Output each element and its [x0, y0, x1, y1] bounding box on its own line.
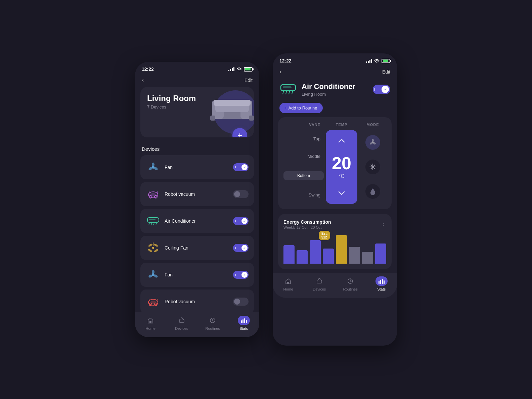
time-left: 12:22	[142, 66, 154, 72]
energy-title: Energy Consumption	[283, 219, 331, 225]
temp-header: TEMP	[324, 123, 359, 127]
add-routine-button[interactable]: + Add to Routine	[279, 103, 323, 113]
svg-point-23	[152, 247, 154, 249]
edit-button-right[interactable]: Edit	[382, 69, 390, 75]
svg-point-30	[152, 270, 154, 274]
svg-point-26	[153, 243, 158, 247]
nav-stats-label-right: Stats	[377, 287, 386, 291]
svg-rect-41	[241, 320, 242, 323]
device-item-robot1: Robot vacuum	[140, 182, 254, 206]
svg-point-52	[372, 139, 374, 142]
mode-dry-button[interactable]	[365, 184, 380, 199]
control-body: Top Middle Bottom Swing 20 °C	[283, 130, 386, 204]
svg-point-25	[148, 243, 153, 247]
temp-down-button[interactable]	[336, 187, 348, 199]
toggle-ceiling1[interactable]: I ✓	[233, 244, 249, 252]
devices-icon-left	[176, 316, 188, 325]
nav-routines-left[interactable]: Routines	[197, 316, 228, 330]
device-name-fan1: Fan	[165, 165, 229, 170]
left-phone: 12:22 ‹ Edit Living Room 7 Devices	[135, 62, 259, 337]
mode-fan-button[interactable]	[365, 135, 380, 150]
ac1-icon	[146, 214, 161, 228]
toggle-fan1[interactable]: I ✓	[233, 163, 249, 171]
edit-button-left[interactable]: Edit	[245, 78, 253, 83]
routines-icon-right	[344, 276, 356, 286]
nav-devices-left[interactable]: Devices	[166, 316, 197, 330]
hero-section: Living Room 7 Devices +	[140, 87, 254, 137]
svg-rect-60	[287, 282, 289, 284]
sofa-image	[210, 94, 254, 122]
toggle-fan2[interactable]: I ✓	[233, 271, 249, 279]
temp-display: 20 °C	[332, 154, 351, 179]
ac-room: Living Room	[302, 92, 368, 97]
energy-info: Energy Consumption Weekly 17 Oct - 20 Oc…	[283, 219, 331, 229]
svg-point-27	[147, 249, 152, 253]
svg-rect-39	[149, 321, 151, 323]
battery-icon-right	[382, 59, 390, 63]
nav-header-left: ‹ Edit	[135, 74, 259, 86]
power-toggle-ac[interactable]: I ✓	[373, 85, 390, 94]
est-text: Est.	[321, 232, 327, 235]
vane-swing: Swing	[283, 192, 324, 197]
toggle-robot1[interactable]	[233, 190, 249, 198]
nav-header-right: ‹ Edit	[273, 65, 397, 77]
control-headers: VANE TEMP MODE	[283, 123, 386, 127]
control-panel: VANE TEMP MODE Top Middle Bottom Swing	[278, 117, 392, 209]
signal-icon-right	[366, 59, 372, 63]
mode-icons	[359, 130, 386, 204]
svg-rect-46	[283, 86, 292, 88]
svg-line-20	[153, 223, 154, 225]
stats-icon-left	[238, 316, 250, 325]
home-icon-left	[144, 316, 157, 325]
toggle-ac1[interactable]: I ✓	[233, 217, 249, 225]
status-icons-right	[366, 59, 390, 63]
toggle-robot2[interactable]	[233, 298, 249, 306]
vane-top: Top	[283, 136, 324, 141]
fan2-icon	[146, 267, 161, 282]
device-name-ac1: Air Conditioner	[165, 218, 229, 224]
energy-menu-button[interactable]: ⋮	[380, 219, 386, 227]
app-container: 12:22 ‹ Edit Living Room 7 Devices	[135, 53, 397, 346]
svg-point-8	[152, 163, 154, 167]
est-label: Est. $12	[319, 231, 330, 240]
nav-stats-left[interactable]: Stats	[228, 316, 260, 330]
device-item-robot2: Robot vacuum	[140, 290, 254, 314]
nav-home-left[interactable]: Home	[135, 316, 166, 330]
bar-4	[336, 235, 347, 264]
mode-cool-button[interactable]	[365, 160, 380, 174]
energy-date: Weekly 17 Oct - 20 Oct	[283, 225, 331, 229]
energy-bar-chart: Est. $12	[283, 233, 386, 264]
svg-rect-65	[384, 280, 385, 284]
svg-rect-62	[379, 281, 380, 284]
stats-icon-right	[375, 276, 388, 286]
nav-devices-right[interactable]: Devices	[304, 276, 335, 291]
vane-bottom[interactable]: Bottom	[283, 171, 324, 180]
bar-0	[283, 245, 295, 264]
bottom-nav-left: Home Devices Routines	[135, 312, 259, 337]
nav-stats-right[interactable]: Stats	[366, 276, 397, 291]
back-button-right[interactable]: ‹	[279, 68, 281, 75]
bar-5	[349, 247, 360, 264]
nav-routines-label-right: Routines	[343, 287, 358, 291]
devices-icon-right	[313, 276, 325, 286]
back-button-left[interactable]: ‹	[142, 77, 144, 84]
svg-point-28	[153, 249, 159, 253]
device-item-fan2: Fan I ✓	[140, 263, 254, 287]
toggle-check-ceiling1: ✓	[241, 245, 248, 251]
nav-home-label-left: Home	[146, 326, 156, 330]
ac-name: Air Conditioner	[302, 82, 368, 91]
svg-rect-64	[382, 279, 383, 284]
est-value: $12	[321, 235, 327, 239]
svg-line-18	[149, 223, 149, 225]
nav-routines-right[interactable]: Routines	[335, 276, 366, 291]
signal-icon	[228, 67, 234, 71]
bar-6	[362, 252, 373, 264]
bar-3	[323, 249, 334, 264]
svg-line-21	[156, 223, 157, 225]
battery-icon	[244, 67, 253, 72]
temp-up-button[interactable]	[336, 135, 348, 147]
nav-home-right[interactable]: Home	[273, 276, 304, 291]
wifi-icon	[236, 67, 242, 71]
bottom-nav-right: Home Devices Routines	[273, 273, 397, 298]
svg-line-47	[283, 91, 283, 94]
